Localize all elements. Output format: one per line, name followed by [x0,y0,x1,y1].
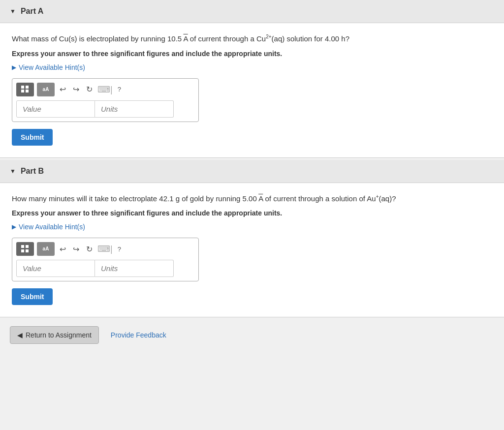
return-to-assignment-button[interactable]: ◀ Return to Assignment [10,326,99,344]
part-a-undo-btn[interactable]: ↩ [58,84,68,95]
part-b-header: ▼ Part B [0,160,504,183]
part-b-instruction: Express your answer to three significant… [12,209,492,217]
part-a-refresh-btn[interactable]: ↻ [84,84,94,95]
part-a-toolbar-grid-btn[interactable] [16,83,34,96]
part-b-refresh-btn[interactable]: ↻ [84,244,94,255]
part-b-title: Part B [21,167,44,176]
part-b-redo-btn[interactable]: ↪ [71,244,81,255]
part-b-value-input[interactable] [16,260,95,277]
part-b-hint-label: View Available Hint(s) [19,223,85,231]
part-a-input-row [16,100,194,118]
aa-icon-b: aA [43,246,49,251]
part-b-toolbar-aa-btn[interactable]: aA [37,242,55,256]
part-a-hint-arrow: ▶ [12,64,16,71]
part-b-units-input[interactable] [95,260,174,277]
part-b-toolbar-grid-btn[interactable] [16,242,34,256]
part-a-answer-box: aA ↩ ↪ ↻ ⌨| ? [12,78,199,122]
part-b-undo-btn[interactable]: ↩ [58,244,68,255]
grid-icon [21,86,29,93]
part-b-collapse-arrow[interactable]: ▼ [10,168,16,175]
footer-bar: ◀ Return to Assignment Provide Feedback [0,317,504,353]
part-a-instruction: Express your answer to three significant… [12,50,492,58]
part-a-redo-btn[interactable]: ↪ [71,84,81,95]
part-a-toolbar-divider: ⌨| [97,84,113,95]
part-b-toolbar-divider: ⌨| [97,244,113,254]
part-a-toolbar-aa-btn[interactable]: aA [37,83,55,96]
page-container: ▼ Part A What mass of Cu(s) is electropl… [0,0,504,430]
provide-feedback-link[interactable]: Provide Feedback [111,331,166,339]
part-b-help-btn[interactable]: ? [116,245,123,254]
part-b-body: How many minutes will it take to electro… [0,183,504,318]
part-a-help-btn[interactable]: ? [116,85,123,94]
part-a-header: ▼ Part A [0,0,504,23]
return-label: Return to Assignment [26,331,92,339]
part-a-hint-link[interactable]: ▶ View Available Hint(s) [12,63,492,71]
part-b-answer-box: aA ↩ ↪ ↻ ⌨| ? [12,238,199,281]
part-b-submit-button[interactable]: Submit [12,288,53,305]
part-a-submit-button[interactable]: Submit [12,129,53,146]
part-a-hint-label: View Available Hint(s) [19,63,85,71]
part-a-units-input[interactable] [95,100,174,118]
part-b-hint-arrow: ▶ [12,223,16,230]
part-a-title: Part A [21,7,44,16]
grid-icon-b [21,245,29,253]
part-a-body: What mass of Cu(s) is electroplated by r… [0,23,504,158]
part-b-input-row [16,260,194,277]
part-a-question: What mass of Cu(s) is electroplated by r… [12,33,492,45]
aa-icon: aA [43,87,49,92]
part-a-value-input[interactable] [16,100,95,118]
return-arrow-icon: ◀ [17,331,23,339]
part-b-hint-link[interactable]: ▶ View Available Hint(s) [12,223,492,231]
part-a-toolbar: aA ↩ ↪ ↻ ⌨| ? [16,83,194,96]
part-b-toolbar: aA ↩ ↪ ↻ ⌨| ? [16,242,194,256]
part-b-question: How many minutes will it take to electro… [12,193,492,205]
part-a-collapse-arrow[interactable]: ▼ [10,8,16,15]
